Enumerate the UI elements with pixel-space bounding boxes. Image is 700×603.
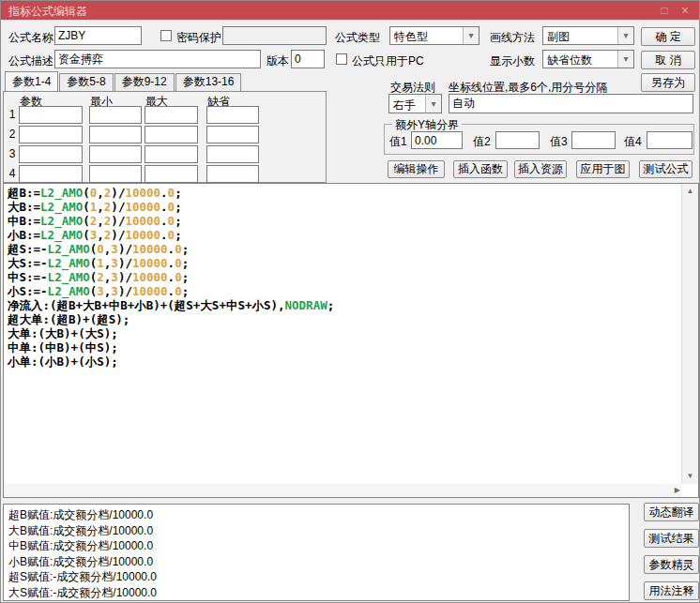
tab-参数1-4[interactable]: 参数1-4 (5, 71, 58, 91)
close-icon[interactable]: × (677, 3, 693, 18)
code-line: 超大单:(超B)+(超S); (8, 312, 679, 326)
code-line: 中B:=L2_AMO(2,2)/10000.0; (8, 214, 679, 228)
param-cell-r2-最大[interactable] (145, 126, 198, 143)
chevron-down-icon[interactable]: ▾ (425, 95, 441, 113)
param-cell-r4-最大[interactable] (145, 165, 198, 183)
chevron-down-icon[interactable]: ▾ (617, 51, 633, 68)
y-bound-input-4[interactable] (647, 131, 692, 149)
titlebar: 指标公式编辑器 □ × (1, 1, 699, 20)
y-bound-label-1: 值1 (389, 134, 407, 150)
scroll-right-icon[interactable]: ▶ (675, 484, 680, 497)
param-row-number: 4 (8, 167, 17, 180)
param-row-number: 2 (8, 128, 17, 141)
code-line: 超S:=-L2_AMO(0,3)/10000.0; (8, 242, 679, 256)
translation-line: 大S赋值:-成交额分档/10000.0 (8, 585, 624, 601)
version-label: 版本 (266, 53, 289, 69)
formula-type-select[interactable]: 特色型 ▾ (389, 26, 479, 45)
trade-rule-select[interactable]: 右手 ▾ (388, 94, 442, 113)
side-button-动态翻译[interactable]: 动态翻译 (644, 503, 699, 521)
param-cell-r3-最大[interactable] (145, 145, 198, 163)
code-line: 净流入:(超B+大B+中B+小B)+(超S+大S+中S+小S),NODRAW; (8, 298, 679, 312)
translation-list: 超B赋值:成交额分档/10000.0大B赋值:成交额分档/10000.0中B赋值… (3, 504, 630, 601)
tab-参数9-12[interactable]: 参数9-12 (114, 73, 175, 91)
code-line: 小单:(小B)+(小S); (8, 354, 679, 369)
param-cell-r3-参数[interactable] (19, 145, 83, 163)
code-line: 中单:(中B)+(中S); (8, 340, 679, 354)
param-row-number: 1 (8, 108, 17, 121)
y-bound-input-2[interactable] (495, 131, 540, 149)
formula-desc-input[interactable] (54, 50, 261, 68)
param-cell-r2-缺省[interactable] (206, 126, 259, 143)
tab-参数13-16[interactable]: 参数13-16 (175, 73, 242, 91)
formula-editor-window: 指标公式编辑器 □ × 公式名称 密码保护 公式类型 特色型 ▾ 画线方法 副图… (0, 0, 700, 603)
param-cell-r3-最小[interactable] (89, 145, 142, 163)
maximize-icon[interactable]: □ (656, 3, 673, 18)
code-line: 大单:(大B)+(大S); (8, 326, 679, 340)
param-cell-r1-缺省[interactable] (206, 106, 259, 124)
param-row-number: 3 (8, 147, 17, 160)
password-checkbox[interactable] (160, 30, 172, 41)
param-cell-r4-最小[interactable] (89, 165, 142, 183)
scroll-down-icon[interactable]: ▼ (682, 470, 698, 483)
param-cell-r2-参数[interactable] (19, 126, 83, 143)
param-cell-r2-最小[interactable] (89, 126, 142, 143)
translation-line: 超B赋值:成交额分档/10000.0 (8, 507, 624, 523)
param-cell-r1-最大[interactable] (145, 106, 198, 124)
y-bound-input-1[interactable] (411, 131, 463, 149)
side-button-参数精灵[interactable]: 参数精灵 (644, 555, 699, 574)
chevron-down-icon[interactable]: ▾ (463, 27, 479, 44)
decimals-value: 缺省位数 (547, 53, 592, 68)
param-table: 参数最小最大缺省1234 (3, 91, 327, 183)
action-button-应用于图[interactable]: 应用于图 (576, 160, 630, 178)
param-tabs: 参数1-4参数5-8参数9-12参数13-16 (5, 71, 242, 91)
pc-only-checkbox[interactable] (336, 53, 347, 65)
action-button-测试公式[interactable]: 测试公式 (639, 160, 692, 178)
translation-line: 超S赋值:-成交额分档/10000.0 (8, 569, 624, 585)
draw-method-select[interactable]: 副图 ▾ (542, 26, 634, 45)
password-label: 密码保护 (176, 30, 221, 46)
action-button-插入资源[interactable]: 插入资源 (514, 160, 567, 178)
side-button-测试结果[interactable]: 测试结果 (644, 529, 699, 548)
chevron-down-icon[interactable]: ▾ (617, 27, 633, 44)
translation-line: 大B赋值:成交额分档/10000.0 (8, 523, 624, 539)
formula-type-value: 特色型 (394, 29, 428, 45)
y-bound-input-3[interactable] (571, 131, 616, 149)
translation-line: 中B赋值:成交额分档/10000.0 (8, 538, 624, 554)
pc-only-label: 公式只用于PC (352, 53, 424, 69)
formula-type-label: 公式类型 (335, 30, 380, 46)
code-line: 大B:=L2_AMO(1,2)/10000.0; (8, 200, 679, 214)
scroll-up-icon[interactable]: ▲ (682, 185, 698, 198)
code-line: 小B:=L2_AMO(3,2)/10000.0; (8, 228, 679, 242)
window-title: 指标公式编辑器 (8, 4, 87, 20)
tab-参数5-8[interactable]: 参数5-8 (59, 73, 113, 91)
code-line: 超B:=L2_AMO(0,2)/10000.0; (8, 186, 679, 200)
formula-desc-label: 公式描述 (8, 53, 53, 69)
password-input (222, 26, 327, 45)
action-button-编辑操作[interactable]: 编辑操作 (388, 160, 445, 178)
formula-name-input[interactable] (54, 26, 142, 45)
ok-button[interactable]: 确 定 (641, 27, 695, 46)
draw-method-value: 副图 (547, 29, 570, 45)
code-line: 中S:=-L2_AMO(2,3)/10000.0; (8, 270, 679, 284)
param-cell-r1-参数[interactable] (19, 106, 83, 124)
horizontal-scrollbar[interactable]: ▶ (4, 484, 682, 497)
decimals-select[interactable]: 缺省位数 ▾ (542, 50, 634, 68)
version-input[interactable] (291, 50, 325, 68)
y-bound-label-3: 值3 (550, 134, 568, 150)
formula-name-label: 公式名称 (8, 30, 53, 46)
code-line: 小S:=-L2_AMO(3,3)/10000.0; (8, 284, 679, 298)
y-bound-label-2: 值2 (473, 134, 491, 150)
vertical-scrollbar[interactable]: ▲ ▼ (681, 184, 698, 484)
translation-line: 小B赋值:成交额分档/10000.0 (8, 554, 624, 570)
code-line: 大S:=-L2_AMO(1,3)/10000.0; (8, 256, 679, 270)
cancel-button[interactable]: 取 消 (641, 51, 695, 69)
param-cell-r1-最小[interactable] (89, 106, 142, 124)
coord-line-input[interactable] (449, 94, 693, 113)
side-button-用法注释[interactable]: 用法注释 (644, 581, 699, 600)
param-cell-r4-参数[interactable] (19, 165, 83, 183)
param-cell-r3-缺省[interactable] (206, 145, 259, 163)
action-button-插入函数[interactable]: 插入函数 (453, 160, 508, 178)
save-as-button[interactable]: 另存为 (641, 73, 695, 92)
formula-code-editor[interactable]: 超B:=L2_AMO(0,2)/10000.0;大B:=L2_AMO(1,2)/… (3, 183, 699, 498)
param-cell-r4-缺省[interactable] (206, 165, 259, 183)
